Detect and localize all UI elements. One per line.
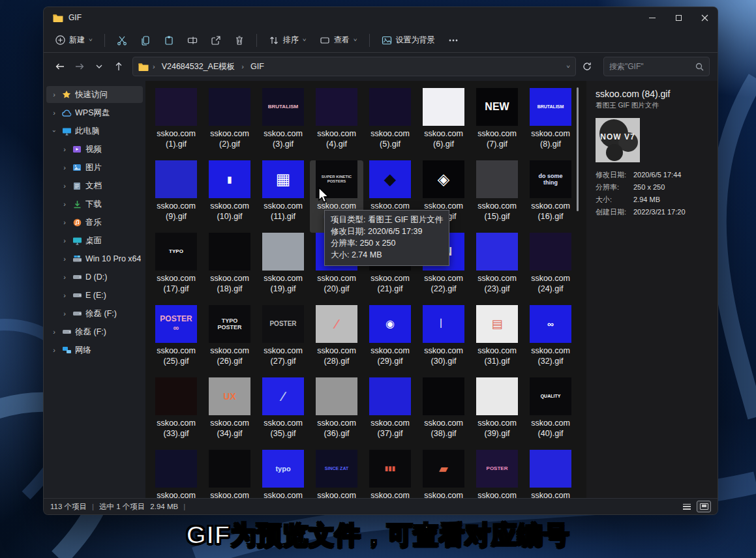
file-item-48[interactable]: sskoo.com [524, 450, 577, 498]
file-item-3[interactable]: BRUTALISMsskoo.com(3).gif [256, 88, 310, 160]
file-thumbnail[interactable] [209, 233, 250, 271]
more-button[interactable] [443, 35, 464, 46]
file-item-1[interactable]: sskoo.com(1).gif [149, 88, 203, 160]
file-thumbnail[interactable] [155, 88, 197, 126]
file-item-4[interactable]: sskoo.com(4).gif [310, 88, 363, 160]
breadcrumb-item-folder[interactable]: V24684532_AE模板 [159, 60, 238, 74]
sidebar-item-6[interactable]: ›下载 [46, 196, 143, 213]
file-item-15[interactable]: sskoo.com(15).gif [470, 160, 524, 233]
maximize-button[interactable] [665, 7, 691, 28]
file-item-35[interactable]: ∕sskoo.com(35).gif [256, 377, 310, 450]
file-thumbnail[interactable]: ▤ [476, 305, 518, 343]
search-box[interactable] [603, 57, 710, 76]
recent-locations-button[interactable] [91, 58, 108, 75]
file-thumbnail[interactable] [369, 377, 411, 415]
chevron-collapsed-icon[interactable]: › [61, 273, 68, 281]
file-item-37[interactable]: sskoo.com(37).gif [363, 377, 417, 450]
thumbnails-view-button[interactable] [697, 501, 711, 512]
file-thumbnail[interactable]: ∕ [262, 377, 304, 415]
file-thumbnail[interactable]: TYPO [155, 233, 197, 271]
file-thumbnail[interactable] [262, 233, 304, 271]
file-thumbnail[interactable]: QUALITY [530, 377, 571, 415]
file-item-19[interactable]: sskoo.com(19).gif [256, 233, 310, 305]
file-item-28[interactable]: ∕sskoo.com(28).gif [310, 305, 363, 377]
file-thumbnail[interactable] [476, 160, 518, 198]
file-item-24[interactable]: sskoo.com(24).gif [524, 233, 577, 305]
file-item-41[interactable]: sskoo.com [149, 450, 203, 498]
file-item-11[interactable]: ▦sskoo.com(11).gif [256, 160, 310, 233]
chevron-collapsed-icon[interactable]: › [61, 291, 68, 299]
chevron-collapsed-icon[interactable]: › [61, 182, 68, 190]
sidebar-item-0[interactable]: ›快速访问 [46, 86, 143, 103]
file-item-39[interactable]: sskoo.com(39).gif [470, 377, 524, 450]
sidebar-item-11[interactable]: ›E (E:) [46, 287, 143, 304]
refresh-button[interactable] [579, 58, 596, 75]
chevron-collapsed-icon[interactable]: › [61, 237, 68, 244]
sidebar-item-7[interactable]: ›音乐 [46, 214, 143, 231]
file-item-44[interactable]: SINCE ZATsskoo.com [310, 450, 363, 498]
sidebar-item-1[interactable]: ›WPS网盘 [46, 104, 143, 121]
file-item-47[interactable]: POSTERsskoo.com [470, 450, 524, 498]
file-item-34[interactable]: UXsskoo.com(34).gif [203, 377, 256, 450]
file-item-32[interactable]: ∞sskoo.com(32).gif [524, 305, 577, 377]
file-item-9[interactable]: sskoo.com(9).gif [149, 160, 203, 233]
chevron-expanded-icon[interactable]: › [51, 127, 57, 135]
file-thumbnail[interactable] [209, 88, 250, 126]
set-wallpaper-button[interactable]: 设置为背景 [376, 31, 440, 50]
file-thumbnail[interactable] [316, 377, 357, 415]
chevron-collapsed-icon[interactable]: › [50, 109, 58, 117]
paste-button[interactable] [159, 31, 179, 50]
chevron-collapsed-icon[interactable]: › [61, 145, 68, 153]
file-thumbnail[interactable]: ◈ [423, 160, 464, 198]
sidebar-item-8[interactable]: ›桌面 [46, 232, 143, 249]
file-thumbnail[interactable]: POSTER [262, 305, 304, 343]
file-thumbnail[interactable]: UX [209, 377, 250, 415]
file-thumbnail[interactable]: ▰ [423, 450, 464, 488]
file-thumbnail[interactable] [155, 377, 197, 415]
file-item-43[interactable]: typosskoo.com [256, 450, 310, 498]
back-button[interactable] [52, 58, 68, 75]
view-button[interactable]: 查看 ˅ [314, 31, 363, 50]
details-view-button[interactable] [680, 501, 694, 512]
file-item-38[interactable]: sskoo.com(38).gif [417, 377, 470, 450]
delete-button[interactable] [229, 31, 250, 50]
file-item-27[interactable]: POSTERsskoo.com(27).gif [256, 305, 310, 377]
forward-button[interactable] [71, 58, 88, 75]
file-thumbnail[interactable] [530, 233, 571, 271]
file-thumbnail[interactable] [369, 88, 411, 126]
file-item-18[interactable]: sskoo.com(18).gif [203, 233, 256, 305]
file-item-40[interactable]: QUALITYsskoo.com(40).gif [524, 377, 577, 450]
sort-button[interactable]: 排序 ˅ [264, 31, 312, 50]
file-item-46[interactable]: ▰sskoo.com [417, 450, 470, 498]
sidebar-item-14[interactable]: ›网络 [46, 342, 143, 359]
file-item-25[interactable]: POSTER ∞sskoo.com(25).gif [149, 305, 203, 377]
chevron-collapsed-icon[interactable]: › [50, 346, 58, 354]
file-thumbnail[interactable]: ∕ [316, 305, 357, 343]
sidebar-item-5[interactable]: ›文档 [46, 177, 143, 194]
file-thumbnail[interactable]: typo [262, 450, 304, 488]
file-thumbnail[interactable]: ◆ [369, 160, 411, 198]
file-thumbnail[interactable] [155, 160, 197, 198]
file-thumbnail[interactable]: ▏ [423, 305, 464, 343]
chevron-collapsed-icon[interactable]: › [50, 91, 58, 98]
breadcrumb-item-current[interactable]: GIF [248, 61, 267, 72]
new-button[interactable]: 新建 ˅ [50, 31, 98, 50]
sidebar-item-12[interactable]: ›徐磊 (F:) [46, 305, 143, 322]
file-thumbnail[interactable] [209, 450, 250, 488]
sidebar-item-9[interactable]: ›Win 10 Pro x64 [46, 250, 143, 267]
file-item-30[interactable]: ▏sskoo.com(30).gif [417, 305, 470, 377]
file-thumbnail[interactable] [476, 233, 518, 271]
file-thumbnail[interactable]: ◉ [369, 305, 411, 343]
file-thumbnail[interactable]: BRUTALISM [530, 88, 571, 126]
minimize-button[interactable] [639, 7, 665, 28]
chevron-collapsed-icon[interactable]: › [61, 310, 68, 317]
breadcrumb[interactable]: › V24684532_AE模板 › GIF ˅ [132, 57, 576, 76]
file-thumbnail[interactable]: BRUTALISM [262, 88, 304, 126]
file-thumbnail[interactable]: NEW [476, 88, 518, 126]
file-thumbnail[interactable]: ▮ [209, 160, 250, 198]
file-thumbnail[interactable] [155, 450, 197, 488]
file-thumbnail[interactable] [476, 377, 518, 415]
file-item-42[interactable]: sskoo.com [203, 450, 256, 498]
file-thumbnail[interactable] [423, 377, 464, 415]
file-thumbnail[interactable] [423, 88, 464, 126]
